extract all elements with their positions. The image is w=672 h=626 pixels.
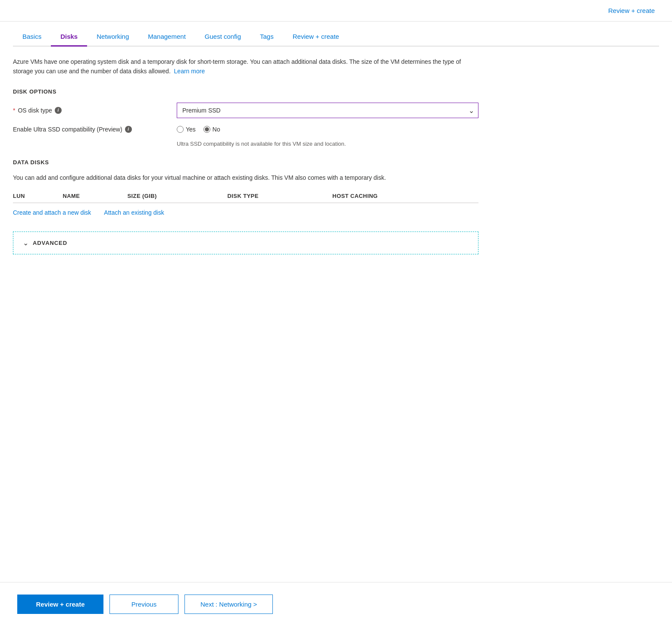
col-host-caching: HOST CACHING: [332, 189, 478, 203]
ultra-ssd-note: Ultra SSD compatibility is not available…: [177, 141, 659, 147]
tab-nav: Basics Disks Networking Management Guest…: [13, 22, 659, 47]
disk-table: LUN NAME SIZE (GIB) DISK TYPE HOST CACHI…: [13, 189, 478, 203]
learn-more-link[interactable]: Learn more: [174, 68, 205, 75]
tab-guest-config[interactable]: Guest config: [195, 28, 250, 47]
data-disks-heading: DATA DISKS: [13, 159, 659, 166]
ultra-ssd-form-row: Enable Ultra SSD compatibility (Preview)…: [13, 126, 659, 133]
tab-management[interactable]: Management: [138, 28, 195, 47]
os-disk-type-select-wrapper: Premium SSD Standard SSD Standard HDD ⌄: [177, 103, 478, 118]
description-text: Azure VMs have one operating system disk…: [13, 57, 478, 76]
ultra-ssd-info-icon[interactable]: i: [125, 126, 132, 133]
os-disk-type-row: * OS disk type i Premium SSD Standard SS…: [13, 103, 659, 118]
col-lun: LUN: [13, 189, 63, 203]
page-wrapper: Review + create Basics Disks Networking …: [0, 0, 672, 626]
ultra-ssd-radio-group: Yes No: [177, 126, 220, 133]
tab-disks[interactable]: Disks: [51, 28, 87, 47]
top-bar-review-create[interactable]: Review + create: [608, 7, 655, 14]
attach-existing-disk-link[interactable]: Attach an existing disk: [104, 209, 164, 216]
ultra-ssd-no-radio[interactable]: [203, 126, 210, 133]
disk-options-section: DISK OPTIONS * OS disk type i Premium SS…: [13, 88, 659, 147]
os-disk-type-select[interactable]: Premium SSD Standard SSD Standard HDD: [177, 103, 478, 118]
advanced-chevron-icon: ⌄: [23, 239, 28, 247]
main-content: Basics Disks Networking Management Guest…: [0, 22, 672, 582]
advanced-section: ⌄ ADVANCED: [13, 232, 478, 254]
ultra-ssd-no-option[interactable]: No: [203, 126, 220, 133]
advanced-box[interactable]: ⌄ ADVANCED: [13, 232, 478, 254]
ultra-ssd-yes-label: Yes: [186, 126, 196, 133]
ultra-ssd-label: Enable Ultra SSD compatibility (Preview)…: [13, 126, 177, 133]
bottom-bar: Review + create Previous Next : Networki…: [0, 582, 672, 626]
os-disk-type-info-icon[interactable]: i: [55, 107, 62, 114]
top-bar: Review + create: [0, 0, 672, 22]
required-star: *: [13, 107, 15, 114]
disk-table-header-row: LUN NAME SIZE (GIB) DISK TYPE HOST CACHI…: [13, 189, 478, 203]
data-disks-section: DATA DISKS You can add and configure add…: [13, 159, 659, 216]
tab-review-create[interactable]: Review + create: [283, 28, 349, 47]
advanced-label: ADVANCED: [33, 240, 67, 246]
col-size: SIZE (GIB): [128, 189, 228, 203]
os-disk-type-label: * OS disk type i: [13, 107, 177, 114]
create-attach-new-disk-link[interactable]: Create and attach a new disk: [13, 209, 91, 216]
ultra-ssd-row: Enable Ultra SSD compatibility (Preview)…: [13, 126, 659, 147]
tab-networking[interactable]: Networking: [87, 28, 138, 47]
next-networking-button[interactable]: Next : Networking >: [184, 595, 273, 614]
tab-basics[interactable]: Basics: [13, 28, 51, 47]
tab-tags[interactable]: Tags: [250, 28, 283, 47]
disk-options-heading: DISK OPTIONS: [13, 88, 659, 95]
ultra-ssd-yes-option[interactable]: Yes: [177, 126, 196, 133]
review-create-button[interactable]: Review + create: [17, 595, 103, 614]
ultra-ssd-no-label: No: [213, 126, 220, 133]
data-disks-description: You can add and configure additional dat…: [13, 173, 466, 182]
col-name: NAME: [63, 189, 127, 203]
ultra-ssd-yes-radio[interactable]: [177, 126, 184, 133]
attach-links: Create and attach a new disk Attach an e…: [13, 209, 659, 216]
col-disk-type: DISK TYPE: [228, 189, 333, 203]
previous-button[interactable]: Previous: [109, 595, 178, 614]
